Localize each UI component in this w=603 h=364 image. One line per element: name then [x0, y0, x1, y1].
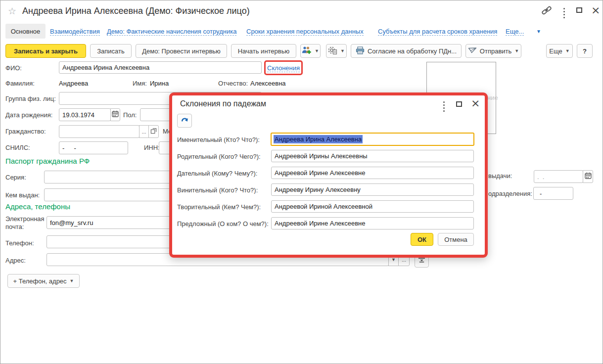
citizenship-input[interactable]	[59, 125, 139, 138]
calendar-icon	[585, 172, 592, 181]
issue-date-input[interactable]	[534, 170, 583, 183]
passport-section-header: Паспорт гражданина РФ	[5, 157, 90, 165]
maximize-icon[interactable]	[576, 7, 582, 13]
app-window: ☆ Андреева Ирина Алексеевна (Демо: Физич…	[0, 0, 603, 364]
dropdown-caret-icon: ▼	[340, 49, 345, 53]
declensions-link[interactable]: Склонения	[267, 64, 300, 72]
send-button[interactable]: Отправить ▼	[465, 44, 521, 58]
declension-input-dative[interactable]	[271, 167, 474, 179]
favorite-star-icon[interactable]: ☆	[8, 5, 16, 17]
issue-date-calendar-button[interactable]	[583, 170, 593, 183]
group-label: Группа физ. лиц:	[5, 95, 56, 102]
declension-input-instrumental[interactable]	[271, 200, 474, 213]
refresh-arrow-icon	[181, 116, 189, 126]
declension-label-accusative: Винительный (Кого? Что?):	[177, 186, 258, 194]
series-label: Серия:	[5, 174, 26, 181]
declension-label-nominative: Именительный (Кто? Что?):	[177, 136, 260, 143]
declension-label-prepositional: Предложный (О ком? О чем?):	[177, 220, 269, 228]
dialog-close-icon[interactable]: ×	[471, 98, 480, 109]
dropdown-caret-icon: ▼	[391, 258, 396, 262]
dialog-title: Склонения по падежам	[180, 99, 266, 108]
dropdown-caret-icon: ▼	[565, 49, 570, 53]
get-link-icon[interactable]	[541, 5, 552, 17]
snils-input[interactable]	[59, 141, 128, 154]
citizenship-ellipsis-button[interactable]: ...	[139, 125, 149, 138]
selected-text: Андреева Ирина Алексеевна	[274, 135, 363, 143]
cancel-button[interactable]: Отмена	[438, 233, 474, 246]
tab-main[interactable]: Основное	[5, 24, 46, 39]
fio-input[interactable]	[59, 61, 262, 74]
ok-button[interactable]: ОК	[411, 233, 433, 246]
consent-print-button[interactable]: Согласие на обработку ПДн...	[351, 44, 462, 58]
comment-lines-icon	[418, 257, 425, 265]
declension-input-accusative[interactable]	[271, 183, 474, 196]
surname-label: Фамилия:	[5, 80, 35, 87]
declension-label-instrumental: Творительный (Кем? Чем?):	[177, 203, 261, 211]
send-plane-icon	[468, 47, 477, 55]
citizenship-label: Гражданство:	[5, 128, 46, 135]
phone-label: Телефон:	[5, 239, 34, 247]
dropdown-caret-icon: ▼	[70, 279, 74, 283]
create-based-on-button[interactable]: ▼	[300, 44, 321, 58]
page-title: Андреева Ирина Алексеевна (Демо: Физичес…	[22, 6, 250, 16]
help-button[interactable]: ?	[577, 44, 593, 58]
add-phone-address-label: + Телефон, адрес	[13, 277, 66, 285]
birthdate-calendar-button[interactable]	[110, 108, 120, 121]
start-interview-button[interactable]: Начать интервью	[231, 44, 296, 58]
save-and-close-button[interactable]: Записать и закрыть	[5, 44, 86, 58]
patronymic-label: Отчество:	[218, 80, 248, 87]
department-code-label-fragment: одразделения:	[488, 190, 532, 197]
dropdown-caret-icon: ▼	[514, 49, 519, 53]
dialog-refresh-button[interactable]	[177, 114, 192, 128]
birthdate-label: Дата рождения:	[5, 111, 52, 119]
name-label: Имя:	[133, 80, 147, 87]
dropdown-caret-icon: ▼	[315, 49, 319, 53]
photo-caption-fragment: ние	[487, 94, 498, 101]
tab-link-retention-subjects[interactable]: Субъекты для расчета сроков хранения	[378, 28, 497, 36]
dialog-menu-dots-icon[interactable]	[442, 100, 446, 113]
declension-label-genitive: Родительный (Кого? Чего?):	[177, 153, 261, 160]
declension-input-genitive[interactable]	[271, 150, 474, 162]
dialog-maximize-icon[interactable]	[456, 101, 462, 107]
issued-by-label: Кем выдан:	[5, 191, 40, 199]
tab-more-menu[interactable]: Еще...	[506, 28, 524, 36]
addresses-section-header: Адреса, телефоны	[5, 202, 70, 211]
address-label: Адрес:	[5, 257, 26, 264]
department-code-input[interactable]	[533, 187, 573, 200]
more-label: Еще	[549, 47, 562, 55]
tab-more-label: Еще...	[506, 28, 524, 35]
gear-document-icon	[328, 46, 337, 56]
demo-interview-button[interactable]: Демо: Провести интервью	[136, 44, 227, 58]
issue-date-label-fragment: выдачи:	[488, 172, 512, 180]
declensions-dialog: Склонения по падежам × Именительный (Кто…	[169, 92, 488, 258]
citizenship-open-button[interactable]	[148, 125, 159, 138]
birthdate-input[interactable]	[59, 108, 111, 121]
send-label: Отправить	[480, 47, 511, 55]
open-in-form-icon	[150, 127, 157, 136]
tab-link-retention-periods[interactable]: Сроки хранения персональных данных	[246, 28, 364, 36]
declension-label-dative: Дательный (Кому? Чему?):	[177, 170, 257, 177]
templates-button[interactable]: ▼	[326, 44, 347, 58]
email-label: Электронная почта:	[5, 215, 46, 231]
declension-input-nominative[interactable]: Андреева Ирина Алексеевна	[271, 133, 474, 146]
name-value: Ирина	[150, 80, 169, 87]
tab-link-demo-accruals[interactable]: Демо: Фактические начисления сотрудника	[107, 28, 236, 36]
close-icon[interactable]: ×	[591, 5, 600, 16]
snils-label: СНИЛС:	[5, 144, 30, 151]
save-button[interactable]: Записать	[90, 44, 132, 58]
more-button[interactable]: Еще ▼	[546, 44, 573, 58]
inn-label: ИНН:	[144, 144, 160, 151]
patronymic-value: Алексеевна	[250, 80, 286, 87]
window-menu-dots-icon[interactable]	[562, 7, 566, 19]
calendar-icon	[112, 110, 119, 119]
declension-input-prepositional[interactable]	[271, 217, 474, 229]
fio-label: ФИО:	[5, 64, 22, 72]
people-add-icon	[302, 46, 312, 56]
printer-icon	[356, 46, 365, 56]
tab-more-caret-icon: ▼	[536, 29, 541, 34]
consent-print-label: Согласие на обработку ПДн...	[368, 47, 457, 55]
tab-link-interactions[interactable]: Взаимодействия	[50, 28, 100, 36]
surname-value: Андреева	[59, 80, 88, 87]
gender-label: Пол:	[123, 111, 137, 119]
add-phone-address-button[interactable]: + Телефон, адрес ▼	[7, 274, 80, 288]
